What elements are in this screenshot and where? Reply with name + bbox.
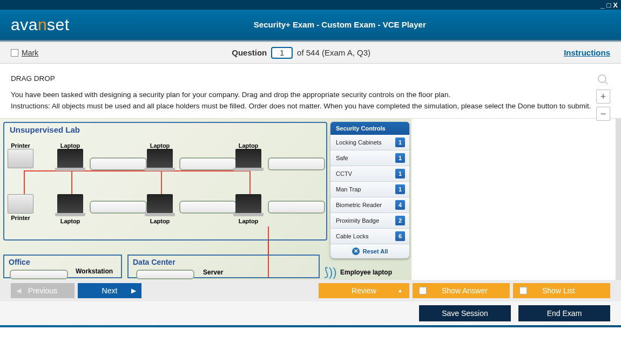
security-item-count: 1: [395, 153, 405, 163]
simulation-sidebar: [411, 119, 621, 280]
laptop-device-2: Laptop: [147, 141, 173, 168]
printer-icon: [8, 194, 33, 214]
logo-part1: ava: [11, 16, 38, 33]
server-label: Server: [203, 269, 223, 276]
save-session-button[interactable]: Save Session: [419, 305, 511, 321]
wifi-icon: ⟆)): [324, 265, 337, 279]
logo-accent: n: [38, 16, 47, 33]
next-button[interactable]: Next ▶: [78, 283, 141, 298]
drop-slot[interactable]: [136, 270, 194, 279]
zoom-in-button[interactable]: +: [596, 90, 610, 104]
device-label: Laptop: [147, 142, 173, 149]
magnifier-icon[interactable]: [597, 73, 610, 86]
simulation-area: Unsupervised Lab Printer Laptop Laptop L…: [0, 118, 621, 280]
logo: avanset: [11, 16, 70, 34]
drop-slot[interactable]: [268, 201, 325, 214]
laptop-icon: [147, 149, 173, 168]
security-controls-panel: Security Controls Locking Cabinets 1 Saf…: [330, 122, 409, 258]
device-label: Laptop: [235, 142, 261, 149]
device-label: Laptop: [57, 218, 83, 224]
mark-group[interactable]: Mark: [11, 49, 38, 57]
reset-all-button[interactable]: ✕ Reset All: [330, 244, 409, 258]
drop-slot[interactable]: [179, 157, 237, 170]
security-item-label: Biometric Reader: [336, 202, 382, 208]
lab-title: Unsupervised Lab: [10, 125, 80, 134]
end-exam-button[interactable]: End Exam: [518, 305, 610, 321]
security-item-count: 2: [395, 216, 405, 225]
laptop-device-6: Laptop: [235, 194, 261, 224]
drop-slot[interactable]: [10, 270, 68, 279]
mark-label: Mark: [22, 49, 38, 57]
data-center-title: Data Center: [129, 256, 319, 269]
triangle-up-icon: ▲: [397, 287, 403, 293]
laptop-icon: [57, 194, 83, 214]
security-item-label: Proximity Badge: [336, 217, 379, 224]
window-chrome: _ □ X: [0, 0, 621, 10]
logo-part2: set: [47, 16, 70, 33]
question-text: DRAG DROP You have been tasked with desi…: [0, 64, 621, 118]
chevron-right-icon: ▶: [131, 287, 136, 294]
laptop-icon: [235, 149, 261, 168]
security-item-safe[interactable]: Safe 1: [330, 150, 409, 166]
laptop-icon: [147, 194, 173, 214]
security-item-label: Cable Locks: [336, 233, 369, 239]
drop-slot[interactable]: [90, 157, 147, 170]
security-item-man-trap[interactable]: Man Trap 1: [330, 182, 409, 197]
show-list-checkbox[interactable]: [519, 287, 527, 294]
maximize-icon[interactable]: □: [606, 1, 611, 9]
employee-laptop-label: Employee laptop: [340, 269, 392, 276]
security-item-proximity-badge[interactable]: Proximity Badge 2: [330, 213, 409, 229]
reset-icon: ✕: [352, 248, 360, 255]
reset-label: Reset All: [363, 248, 388, 255]
drop-slot[interactable]: [179, 201, 237, 214]
office-title: Office: [4, 256, 121, 269]
security-panel-header: Security Controls: [330, 122, 409, 135]
exam-title: Security+ Exam - Custom Exam - VCE Playe…: [70, 20, 610, 29]
show-answer-checkbox[interactable]: [419, 287, 427, 294]
question-indicator: Question 1 of 544 (Exam A, Q3): [38, 47, 564, 59]
security-item-cable-locks[interactable]: Cable Locks 6: [330, 229, 409, 244]
zoom-controls: + −: [596, 73, 610, 121]
next-label: Next: [102, 286, 118, 295]
review-label: Review: [352, 286, 376, 295]
drop-slot[interactable]: [268, 157, 325, 170]
security-item-locking-cabinets[interactable]: Locking Cabinets 1: [330, 135, 409, 150]
drop-slot[interactable]: [90, 201, 147, 214]
bottom-stripe: [0, 325, 621, 327]
security-item-biometric-reader[interactable]: Biometric Reader 4: [330, 197, 409, 213]
laptop-device-3: Laptop: [235, 141, 261, 168]
security-item-cctv[interactable]: CCTV 1: [330, 166, 409, 182]
laptop-device-5: Laptop: [147, 194, 173, 224]
security-item-count: 1: [395, 169, 405, 178]
previous-button[interactable]: ◀ Previous: [11, 283, 75, 298]
previous-label: Previous: [28, 286, 57, 295]
security-item-label: Safe: [336, 155, 348, 161]
question-total: of 544 (Exam A, Q3): [297, 48, 370, 57]
security-item-count: 1: [395, 138, 405, 147]
minimize-icon[interactable]: _: [600, 1, 604, 9]
security-item-label: Locking Cabinets: [336, 139, 381, 146]
app-header: avanset Security+ Exam - Custom Exam - V…: [0, 10, 621, 39]
laptop-icon: [57, 149, 83, 168]
laptop-device-4: Laptop: [57, 194, 83, 224]
floor-plan[interactable]: Unsupervised Lab Printer Laptop Laptop L…: [0, 119, 411, 280]
mark-checkbox[interactable]: [11, 49, 18, 57]
security-item-label: CCTV: [336, 170, 352, 177]
show-answer-toggle[interactable]: Show Answer: [413, 283, 510, 298]
question-number-input[interactable]: 1: [271, 47, 293, 59]
printer-icon: [8, 149, 33, 168]
device-label: Laptop: [57, 142, 83, 149]
close-icon[interactable]: X: [613, 1, 618, 9]
device-label: Printer: [8, 215, 33, 221]
review-button[interactable]: Review ▲: [319, 283, 409, 298]
device-label: Printer: [8, 142, 33, 149]
instructions-link[interactable]: Instructions: [564, 48, 610, 57]
zoom-out-button[interactable]: −: [596, 107, 610, 121]
svg-point-0: [598, 75, 606, 83]
security-item-count: 6: [395, 231, 405, 241]
security-item-count: 4: [395, 200, 405, 210]
laptop-device-1: Laptop: [57, 141, 83, 168]
question-bar: Mark Question 1 of 544 (Exam A, Q3) Inst…: [0, 42, 621, 64]
show-list-toggle[interactable]: Show List: [513, 283, 610, 298]
question-line1: You have been tasked with designing a se…: [11, 90, 610, 100]
